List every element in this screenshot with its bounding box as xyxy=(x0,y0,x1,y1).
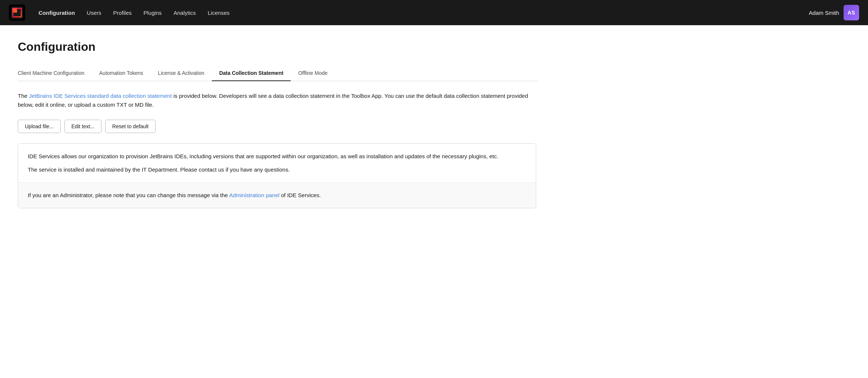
nav-link-licenses[interactable]: Licenses xyxy=(208,10,230,16)
logo[interactable] xyxy=(9,4,25,21)
nav-item-users[interactable]: Users xyxy=(87,10,101,16)
nav-item-plugins[interactable]: Plugins xyxy=(144,10,162,16)
nav-item-profiles[interactable]: Profiles xyxy=(113,10,132,16)
content-box: IDE Services allows our organization to … xyxy=(18,143,536,208)
content-box-bottom: If you are an Administrator, please note… xyxy=(18,183,536,208)
admin-text-suffix: of IDE Services. xyxy=(280,192,321,198)
tab-data-collection-statement[interactable]: Data Collection Statement xyxy=(212,66,291,81)
logo-icon xyxy=(10,6,24,19)
nav-item-configuration[interactable]: Configuration xyxy=(39,10,75,16)
tab-client-machine-configuration[interactable]: Client Machine Configuration xyxy=(18,66,92,81)
main-content: Configuration Client Machine Configurati… xyxy=(0,25,555,223)
svg-rect-4 xyxy=(13,9,17,13)
button-row: Upload file... Edit text... Reset to def… xyxy=(18,120,538,133)
navbar: Configuration Users Profiles Plugins Ana… xyxy=(0,0,868,25)
upload-file-button[interactable]: Upload file... xyxy=(18,120,61,133)
tab-automation-tokens[interactable]: Automation Tokens xyxy=(92,66,151,81)
edit-text-button[interactable]: Edit text... xyxy=(64,120,101,133)
nav-link-configuration[interactable]: Configuration xyxy=(39,10,75,16)
content-paragraph-1: IDE Services allows our organization to … xyxy=(28,152,526,161)
nav-link-profiles[interactable]: Profiles xyxy=(113,10,132,16)
content-paragraph-2: The service is installed and maintained … xyxy=(28,165,526,174)
nav-link-analytics[interactable]: Analytics xyxy=(174,10,196,16)
avatar[interactable]: AS xyxy=(844,5,859,20)
administration-panel-link[interactable]: Administration panel xyxy=(229,192,280,198)
nav-item-analytics[interactable]: Analytics xyxy=(174,10,196,16)
navbar-right: Adam Smith AS xyxy=(809,5,859,20)
admin-text: If you are an Administrator, please note… xyxy=(28,191,526,200)
page-title: Configuration xyxy=(18,40,538,54)
nav-links: Configuration Users Profiles Plugins Ana… xyxy=(39,10,230,16)
description-prefix: The xyxy=(18,93,29,99)
nav-item-licenses[interactable]: Licenses xyxy=(208,10,230,16)
tabs: Client Machine Configuration Automation … xyxy=(18,66,538,81)
navbar-left: Configuration Users Profiles Plugins Ana… xyxy=(9,4,230,21)
content-box-top: IDE Services allows our organization to … xyxy=(18,144,536,183)
tab-license-activation[interactable]: License & Activation xyxy=(151,66,212,81)
nav-link-plugins[interactable]: Plugins xyxy=(144,10,162,16)
description-text: The JetBrains IDE Services standard data… xyxy=(18,92,536,109)
reset-to-default-button[interactable]: Reset to default xyxy=(105,120,156,133)
admin-text-prefix: If you are an Administrator, please note… xyxy=(28,192,229,198)
jetbrains-link[interactable]: JetBrains IDE Services standard data col… xyxy=(29,93,172,99)
nav-link-users[interactable]: Users xyxy=(87,10,101,16)
user-name-label: Adam Smith xyxy=(809,10,839,16)
tab-offline-mode[interactable]: Offline Mode xyxy=(291,66,335,81)
